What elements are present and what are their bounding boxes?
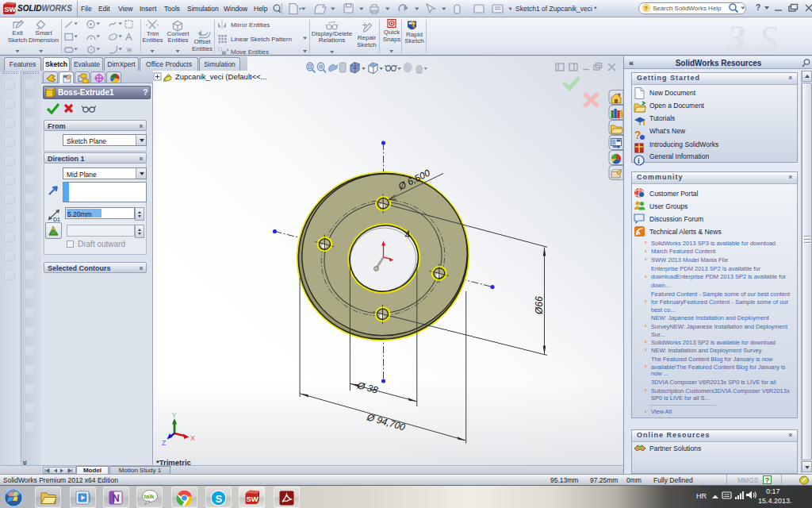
- svg-text:S: S: [759, 18, 778, 55]
- svg-text:Y: Y: [172, 411, 177, 419]
- svg-text:talk: talk: [144, 493, 155, 500]
- svg-text:S: S: [216, 493, 223, 505]
- svg-text:i: i: [638, 156, 640, 165]
- svg-text:?: ?: [634, 129, 642, 141]
- svg-text:D1: D1: [53, 217, 60, 222]
- svg-text:Zupcanik_veci (Default<<...: Zupcanik_veci (Default<<...: [175, 72, 267, 81]
- svg-text:Ø66: Ø66: [534, 296, 545, 315]
- svg-text:З: З: [726, 18, 745, 55]
- svg-text:X: X: [190, 434, 195, 442]
- svg-text:SW: SW: [247, 495, 259, 503]
- svg-text:SW: SW: [5, 6, 17, 13]
- svg-text:?: ?: [644, 5, 648, 12]
- svg-text:N: N: [113, 493, 120, 504]
- svg-text:Z: Z: [162, 439, 167, 447]
